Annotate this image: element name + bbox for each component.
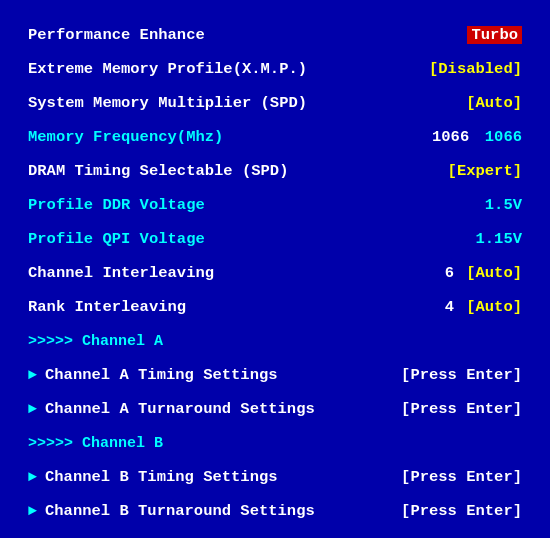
row-channel-a-turnaround[interactable]: ► Channel A Turnaround Settings [Press E… bbox=[28, 392, 522, 426]
row-performance-enhance[interactable]: Performance Enhance Turbo bbox=[28, 18, 522, 52]
label-extreme-memory: Extreme Memory Profile(X.M.P.) bbox=[28, 60, 429, 78]
row-profile-qpi[interactable]: Profile QPI Voltage 1.15V bbox=[28, 222, 522, 256]
label-channel-b-timing: Channel B Timing Settings bbox=[45, 468, 401, 486]
label-channel-interleaving: Channel Interleaving bbox=[28, 264, 422, 282]
value-system-memory: [Auto] bbox=[466, 94, 522, 112]
value-dram-timing: [Expert] bbox=[448, 162, 522, 180]
row-channel-b-timing[interactable]: ► Channel B Timing Settings [Press Enter… bbox=[28, 460, 522, 494]
label-performance-enhance: Performance Enhance bbox=[28, 26, 467, 44]
value-rank-interleaving: [Auto] bbox=[462, 298, 522, 316]
value-channel-interleaving: [Auto] bbox=[462, 264, 522, 282]
value-channel-a-timing: [Press Enter] bbox=[401, 366, 522, 384]
value-profile-qpi: 1.15V bbox=[475, 230, 522, 248]
row-channel-a-timing[interactable]: ► Channel A Timing Settings [Press Enter… bbox=[28, 358, 522, 392]
row-system-memory[interactable]: System Memory Multiplier (SPD) [Auto] bbox=[28, 86, 522, 120]
value-channel-b-turnaround: [Press Enter] bbox=[401, 502, 522, 520]
label-channel-b-header: >>>>> Channel B bbox=[28, 435, 522, 452]
value-extreme-memory: [Disabled] bbox=[429, 60, 522, 78]
label-memory-freq: Memory Frequency(Mhz) bbox=[28, 128, 432, 146]
label-channel-b-turnaround: Channel B Turnaround Settings bbox=[45, 502, 401, 520]
row-dram-timing[interactable]: DRAM Timing Selectable (SPD) [Expert] bbox=[28, 154, 522, 188]
row-channel-c-header: >>>>> Channel C bbox=[28, 528, 522, 538]
value1-memory-freq: 1066 bbox=[432, 128, 464, 146]
label-profile-ddr: Profile DDR Voltage bbox=[28, 196, 485, 214]
row-channel-interleaving[interactable]: Channel Interleaving 6 [Auto] bbox=[28, 256, 522, 290]
label-channel-a-timing: Channel A Timing Settings bbox=[45, 366, 401, 384]
value2-memory-freq: 1066 bbox=[472, 128, 522, 146]
label-rank-interleaving: Rank Interleaving bbox=[28, 298, 422, 316]
arrow-icon-b-timing: ► bbox=[28, 469, 37, 486]
arrow-icon-a-timing: ► bbox=[28, 367, 37, 384]
num-rank-interleaving: 4 bbox=[422, 298, 454, 316]
arrow-icon-b-turnaround: ► bbox=[28, 503, 37, 520]
bios-screen: Performance Enhance Turbo Extreme Memory… bbox=[0, 0, 550, 538]
value-performance-enhance: Turbo bbox=[467, 26, 522, 44]
row-rank-interleaving[interactable]: Rank Interleaving 4 [Auto] bbox=[28, 290, 522, 324]
row-channel-b-turnaround[interactable]: ► Channel B Turnaround Settings [Press E… bbox=[28, 494, 522, 528]
label-system-memory: System Memory Multiplier (SPD) bbox=[28, 94, 466, 112]
label-channel-a-header: >>>>> Channel A bbox=[28, 333, 522, 350]
row-channel-b-header: >>>>> Channel B bbox=[28, 426, 522, 460]
label-profile-qpi: Profile QPI Voltage bbox=[28, 230, 475, 248]
label-channel-a-turnaround: Channel A Turnaround Settings bbox=[45, 400, 401, 418]
arrow-icon-a-turnaround: ► bbox=[28, 401, 37, 418]
value-channel-a-turnaround: [Press Enter] bbox=[401, 400, 522, 418]
row-channel-a-header: >>>>> Channel A bbox=[28, 324, 522, 358]
row-profile-ddr[interactable]: Profile DDR Voltage 1.5V bbox=[28, 188, 522, 222]
value-profile-ddr: 1.5V bbox=[485, 196, 522, 214]
label-dram-timing: DRAM Timing Selectable (SPD) bbox=[28, 162, 448, 180]
value-channel-b-timing: [Press Enter] bbox=[401, 468, 522, 486]
row-extreme-memory[interactable]: Extreme Memory Profile(X.M.P.) [Disabled… bbox=[28, 52, 522, 86]
row-memory-freq[interactable]: Memory Frequency(Mhz) 1066 1066 bbox=[28, 120, 522, 154]
num-channel-interleaving: 6 bbox=[422, 264, 454, 282]
